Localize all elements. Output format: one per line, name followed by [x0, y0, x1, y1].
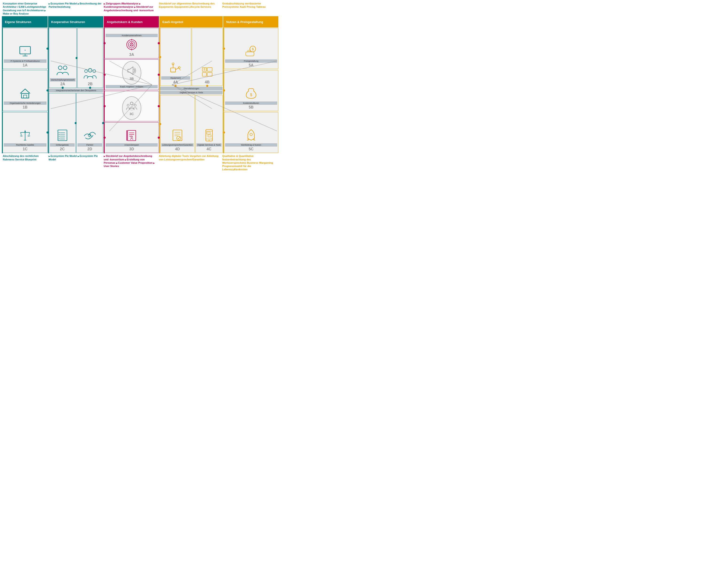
bot-c3-link3[interactable]: Customer Value Proposition — [116, 161, 153, 164]
svg-point-69 — [177, 136, 181, 140]
svg-rect-60 — [202, 73, 207, 76]
svg-point-17 — [25, 131, 26, 132]
col4-top-anno: Steckbrief zur allgemeinen Beschreibung … — [158, 2, 221, 15]
anno-c4-link2[interactable]: Equipment-Lifecycle-Services — [174, 5, 211, 8]
dot-4a-bottom — [175, 85, 177, 87]
bot-c4-link1[interactable]: Ableitung digitaler Tools — [159, 155, 189, 157]
col-nutzen: Nutzen & Preisgestaltung $ — [223, 16, 278, 154]
layers-icon — [200, 65, 215, 80]
card-4a: Equipment 4A — [160, 28, 191, 86]
phone-icon — [202, 128, 217, 143]
dot-3d-left — [104, 137, 106, 139]
svg-point-42 — [127, 104, 129, 106]
svg-line-18 — [21, 133, 22, 136]
card-1b: Organisatorische Veränderungen 1B — [3, 70, 48, 111]
dot-3d-right — [158, 137, 160, 139]
people-icon-2b — [83, 66, 98, 81]
anno-c3-link1[interactable]: Zielgruppen-/Marktanalyse — [104, 2, 139, 5]
dot-4b-bottom — [206, 85, 208, 87]
subhdr-2d: Partner — [77, 143, 102, 146]
col2-top-anno: Ecosystem Pie Model Beschreibung der Par… — [48, 2, 103, 15]
col2-title: Kooperative Strukturen — [51, 20, 85, 24]
subhdr-4c: Digitale Services & Tools — [196, 143, 222, 146]
card-5c: Wertbeitrag & Nutzen 5C — [224, 112, 278, 153]
svg-point-25 — [93, 70, 96, 73]
svg-line-19 — [29, 133, 30, 136]
label-4a: 4A — [173, 80, 178, 84]
anno-c2-link1[interactable]: Ecosystem Pie Model — [48, 2, 77, 5]
subhdr-1b: Organisatorische Veränderungen — [4, 101, 46, 105]
card-3a: Kundenunternehmen 3A — [104, 28, 159, 59]
handshake-icon — [82, 128, 98, 143]
label-5b: 5B — [249, 105, 253, 109]
col-eaas: EaaS-Angebot — [159, 16, 223, 154]
dot-4a-left — [159, 56, 161, 58]
card-1c: Rechtliche Aspekte 1C — [3, 112, 48, 153]
col3-title: Angebotskern & Kunden — [107, 20, 142, 24]
dot-3a-right — [158, 42, 160, 44]
monitor-icon — [17, 44, 33, 59]
robot-icon — [168, 61, 183, 76]
svg-point-12 — [25, 50, 26, 51]
svg-rect-45 — [128, 130, 136, 141]
card-5b: $ Kostenstrukturen 5B — [224, 70, 278, 111]
col-angebotskern: Angebotskern & Kunden Kundenunternehmen — [104, 16, 159, 154]
rocket-icon — [244, 128, 259, 143]
card-2d: Partner 2D — [76, 93, 103, 153]
dot-1b-right — [46, 90, 48, 92]
col5-bot-anno: Qualitative & Quantitative Nutzenbetrach… — [221, 154, 277, 171]
col3-bot-anno: Steckbrief zur Angebotsbeschreibung und … — [103, 154, 158, 171]
svg-text:$: $ — [252, 47, 254, 51]
col2-header: Kooperative Strukturen — [49, 16, 103, 28]
house-icon — [17, 86, 33, 101]
svg-point-22 — [63, 66, 67, 70]
svg-point-24 — [88, 69, 92, 72]
dot-1c-right — [46, 131, 48, 133]
subhdr-5c: Wertbeitrag & Nutzen — [225, 143, 277, 146]
bot-c5-link2[interactable]: Business Wargaming — [247, 161, 273, 164]
col4-header: EaaS-Angebot — [160, 16, 223, 28]
label-2c: 2C — [60, 147, 65, 151]
label-3b: 3B — [130, 77, 134, 80]
svg-point-37 — [130, 43, 133, 46]
card-3c: 3C — [104, 91, 159, 122]
dot-2d-right — [102, 122, 104, 124]
subhdr-3a-top: Kundenunternehmen — [106, 34, 158, 37]
subhdr-1a: IT-Systeme & IT-Infrastrukturen — [4, 60, 46, 63]
label-4b: 4B — [205, 80, 210, 84]
group-icon — [126, 100, 137, 111]
bot-c2-link1[interactable]: Ecosystem Pie Model — [48, 155, 77, 157]
dot-4d-left — [159, 123, 161, 125]
subhdr-2c: Drittangebote — [50, 143, 75, 146]
label-3d: 3D — [129, 147, 134, 151]
col4-bot-anno: Ableitung digitaler Tools Vorgehen zur A… — [158, 154, 221, 171]
svg-point-82 — [250, 133, 253, 136]
svg-rect-74 — [207, 132, 210, 134]
subhdr-dienstleistungen: Dienstleistungen — [160, 87, 223, 91]
svg-rect-61 — [207, 73, 212, 76]
svg-rect-51 — [171, 68, 176, 72]
col-eigene-strukturen: Eigene Strukturen IT-Systeme & IT-Infras… — [2, 16, 48, 154]
subhdr-5b: Kostenstrukturen — [225, 101, 277, 105]
dot-1a-right — [46, 47, 48, 49]
label-5c: 5C — [249, 147, 253, 151]
col1-top-anno: Konzeption einer Enterprise Architektur … — [2, 2, 48, 15]
col5-top-anno: Grobabschätzung wertbasierter Preissyste… — [221, 2, 277, 15]
anno-c5-link2[interactable]: XaaS Pricing Tableau — [240, 5, 266, 8]
certificate-icon — [170, 128, 185, 143]
card-1a: IT-Systeme & IT-Infrastrukturen 1A — [3, 28, 48, 69]
svg-point-43 — [134, 104, 136, 106]
bottom-annotations: Abschätzung des rechtlichen Rahmens Serv… — [2, 154, 362, 171]
bot-c5-link3[interactable]: Prognosemodell für die Lebenszykluskoste… — [222, 165, 251, 171]
svg-point-49 — [131, 136, 133, 138]
card-3d: Anwendertypen 3D — [104, 123, 159, 153]
bot-c1-link2[interactable]: Service Blueprint — [15, 158, 36, 161]
card-5a: $ Preisgestaltung 5A — [224, 28, 278, 69]
col4-title: EaaS-Angebot — [162, 20, 183, 24]
label-2d: 2D — [87, 147, 92, 151]
dot-5b-left — [223, 90, 225, 92]
target-icon — [124, 37, 139, 52]
page: Konzeption einer Enterprise Architektur … — [0, 0, 364, 173]
dot-2a-bottom — [62, 87, 64, 89]
col5-header: Nutzen & Preisgestaltung — [224, 16, 278, 28]
